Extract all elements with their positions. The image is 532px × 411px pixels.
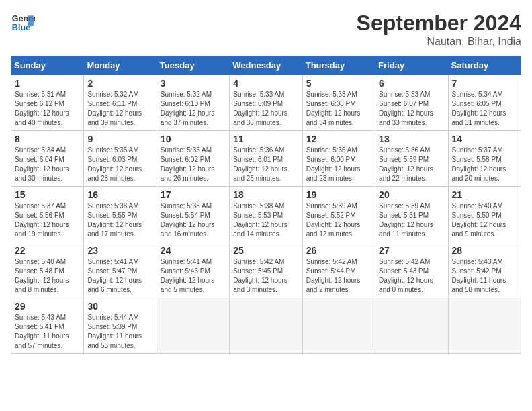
calendar-day-cell: 25Sunrise: 5:42 AM Sunset: 5:45 PM Dayli… <box>230 242 302 298</box>
weekday-header: Wednesday <box>230 56 302 75</box>
calendar-day-cell: 3Sunrise: 5:32 AM Sunset: 6:10 PM Daylig… <box>157 75 229 131</box>
location: Nautan, Bihar, India <box>357 36 521 48</box>
calendar-day-cell: 27Sunrise: 5:42 AM Sunset: 5:43 PM Dayli… <box>375 242 448 298</box>
day-info: Sunrise: 5:36 AM Sunset: 5:59 PM Dayligh… <box>379 146 444 183</box>
day-number: 26 <box>306 245 371 256</box>
calendar-day-cell: 15Sunrise: 5:37 AM Sunset: 5:56 PM Dayli… <box>11 187 84 242</box>
weekday-header: Monday <box>84 56 157 75</box>
day-number: 2 <box>87 78 152 89</box>
calendar-day-cell <box>448 298 521 354</box>
day-info: Sunrise: 5:32 AM Sunset: 6:11 PM Dayligh… <box>87 90 152 128</box>
day-info: Sunrise: 5:40 AM Sunset: 5:48 PM Dayligh… <box>15 257 80 295</box>
day-info: Sunrise: 5:32 AM Sunset: 6:10 PM Dayligh… <box>161 90 226 128</box>
day-info: Sunrise: 5:40 AM Sunset: 5:50 PM Dayligh… <box>452 201 517 239</box>
calendar-day-cell: 1Sunrise: 5:31 AM Sunset: 6:12 PM Daylig… <box>11 75 84 131</box>
day-info: Sunrise: 5:31 AM Sunset: 6:12 PM Dayligh… <box>15 90 80 128</box>
day-info: Sunrise: 5:33 AM Sunset: 6:07 PM Dayligh… <box>379 90 444 128</box>
day-number: 14 <box>452 134 517 144</box>
day-info: Sunrise: 5:34 AM Sunset: 6:05 PM Dayligh… <box>452 90 517 128</box>
day-number: 21 <box>452 189 517 200</box>
calendar-day-cell: 26Sunrise: 5:42 AM Sunset: 5:44 PM Dayli… <box>302 242 375 298</box>
day-number: 28 <box>452 245 517 256</box>
day-number: 20 <box>379 189 444 200</box>
day-info: Sunrise: 5:37 AM Sunset: 5:56 PM Dayligh… <box>15 201 80 239</box>
calendar-day-cell: 21Sunrise: 5:40 AM Sunset: 5:50 PM Dayli… <box>448 187 521 242</box>
calendar-day-cell: 23Sunrise: 5:41 AM Sunset: 5:47 PM Dayli… <box>84 242 157 298</box>
calendar-week-row: 8Sunrise: 5:34 AM Sunset: 6:04 PM Daylig… <box>11 131 521 187</box>
day-number: 11 <box>233 134 298 144</box>
day-info: Sunrise: 5:44 AM Sunset: 5:39 PM Dayligh… <box>87 313 152 351</box>
day-info: Sunrise: 5:42 AM Sunset: 5:44 PM Dayligh… <box>306 257 371 295</box>
day-number: 23 <box>87 245 152 256</box>
day-number: 30 <box>87 301 152 312</box>
day-number: 12 <box>306 134 371 144</box>
day-info: Sunrise: 5:35 AM Sunset: 6:02 PM Dayligh… <box>161 146 226 183</box>
day-number: 10 <box>161 134 226 144</box>
logo-icon: General Blue <box>11 11 35 35</box>
calendar-day-cell: 14Sunrise: 5:37 AM Sunset: 5:58 PM Dayli… <box>448 131 521 187</box>
weekday-header: Saturday <box>448 56 521 75</box>
day-info: Sunrise: 5:34 AM Sunset: 6:04 PM Dayligh… <box>15 146 80 183</box>
day-info: Sunrise: 5:35 AM Sunset: 6:03 PM Dayligh… <box>87 146 152 183</box>
day-info: Sunrise: 5:38 AM Sunset: 5:55 PM Dayligh… <box>87 201 152 239</box>
day-number: 18 <box>233 189 298 200</box>
calendar-day-cell: 17Sunrise: 5:38 AM Sunset: 5:54 PM Dayli… <box>157 187 229 242</box>
calendar-day-cell <box>302 298 375 354</box>
calendar-day-cell: 16Sunrise: 5:38 AM Sunset: 5:55 PM Dayli… <box>84 187 157 242</box>
day-info: Sunrise: 5:41 AM Sunset: 5:46 PM Dayligh… <box>161 257 226 295</box>
weekday-header-row: SundayMondayTuesdayWednesdayThursdayFrid… <box>11 56 521 75</box>
day-info: Sunrise: 5:33 AM Sunset: 6:08 PM Dayligh… <box>306 90 371 128</box>
calendar-day-cell: 24Sunrise: 5:41 AM Sunset: 5:46 PM Dayli… <box>157 242 229 298</box>
day-number: 27 <box>379 245 444 256</box>
calendar-day-cell: 20Sunrise: 5:39 AM Sunset: 5:51 PM Dayli… <box>375 187 448 242</box>
day-number: 1 <box>15 78 80 89</box>
calendar-day-cell: 29Sunrise: 5:43 AM Sunset: 5:41 PM Dayli… <box>11 298 84 354</box>
day-number: 29 <box>15 301 80 312</box>
day-number: 7 <box>452 78 517 89</box>
day-info: Sunrise: 5:39 AM Sunset: 5:52 PM Dayligh… <box>306 201 371 239</box>
calendar-day-cell: 11Sunrise: 5:36 AM Sunset: 6:01 PM Dayli… <box>230 131 302 187</box>
day-info: Sunrise: 5:38 AM Sunset: 5:53 PM Dayligh… <box>233 201 298 239</box>
page-header: General Blue September 2024 Nautan, Biha… <box>11 11 521 48</box>
day-number: 9 <box>87 134 152 144</box>
calendar-day-cell: 4Sunrise: 5:33 AM Sunset: 6:09 PM Daylig… <box>230 75 302 131</box>
day-info: Sunrise: 5:33 AM Sunset: 6:09 PM Dayligh… <box>233 90 298 128</box>
day-number: 22 <box>15 245 80 256</box>
day-number: 3 <box>161 78 226 89</box>
day-info: Sunrise: 5:43 AM Sunset: 5:42 PM Dayligh… <box>452 257 517 295</box>
calendar-week-row: 1Sunrise: 5:31 AM Sunset: 6:12 PM Daylig… <box>11 75 521 131</box>
day-info: Sunrise: 5:43 AM Sunset: 5:41 PM Dayligh… <box>15 313 80 351</box>
day-number: 6 <box>379 78 444 89</box>
calendar-day-cell: 10Sunrise: 5:35 AM Sunset: 6:02 PM Dayli… <box>157 131 229 187</box>
calendar-day-cell: 7Sunrise: 5:34 AM Sunset: 6:05 PM Daylig… <box>448 75 521 131</box>
weekday-header: Friday <box>375 56 448 75</box>
calendar-week-row: 15Sunrise: 5:37 AM Sunset: 5:56 PM Dayli… <box>11 187 521 242</box>
calendar-day-cell: 8Sunrise: 5:34 AM Sunset: 6:04 PM Daylig… <box>11 131 84 187</box>
day-number: 24 <box>161 245 226 256</box>
calendar-day-cell: 22Sunrise: 5:40 AM Sunset: 5:48 PM Dayli… <box>11 242 84 298</box>
day-number: 4 <box>233 78 298 89</box>
calendar-day-cell: 28Sunrise: 5:43 AM Sunset: 5:42 PM Dayli… <box>448 242 521 298</box>
calendar-day-cell: 19Sunrise: 5:39 AM Sunset: 5:52 PM Dayli… <box>302 187 375 242</box>
calendar-day-cell: 5Sunrise: 5:33 AM Sunset: 6:08 PM Daylig… <box>302 75 375 131</box>
day-info: Sunrise: 5:38 AM Sunset: 5:54 PM Dayligh… <box>161 201 226 239</box>
calendar-day-cell: 18Sunrise: 5:38 AM Sunset: 5:53 PM Dayli… <box>230 187 302 242</box>
day-info: Sunrise: 5:36 AM Sunset: 6:01 PM Dayligh… <box>233 146 298 183</box>
calendar-week-row: 22Sunrise: 5:40 AM Sunset: 5:48 PM Dayli… <box>11 242 521 298</box>
day-number: 8 <box>15 134 80 144</box>
day-number: 5 <box>306 78 371 89</box>
calendar-day-cell: 12Sunrise: 5:36 AM Sunset: 6:00 PM Dayli… <box>302 131 375 187</box>
weekday-header: Tuesday <box>157 56 229 75</box>
day-info: Sunrise: 5:42 AM Sunset: 5:43 PM Dayligh… <box>379 257 444 295</box>
day-number: 16 <box>87 189 152 200</box>
weekday-header: Sunday <box>11 56 84 75</box>
weekday-header: Thursday <box>302 56 375 75</box>
day-info: Sunrise: 5:41 AM Sunset: 5:47 PM Dayligh… <box>87 257 152 295</box>
calendar-day-cell <box>230 298 302 354</box>
svg-text:Blue: Blue <box>12 23 30 32</box>
day-info: Sunrise: 5:36 AM Sunset: 6:00 PM Dayligh… <box>306 146 371 183</box>
logo: General Blue <box>11 11 35 35</box>
month-title: September 2024 <box>357 11 521 36</box>
day-info: Sunrise: 5:37 AM Sunset: 5:58 PM Dayligh… <box>452 146 517 183</box>
calendar-week-row: 29Sunrise: 5:43 AM Sunset: 5:41 PM Dayli… <box>11 298 521 354</box>
